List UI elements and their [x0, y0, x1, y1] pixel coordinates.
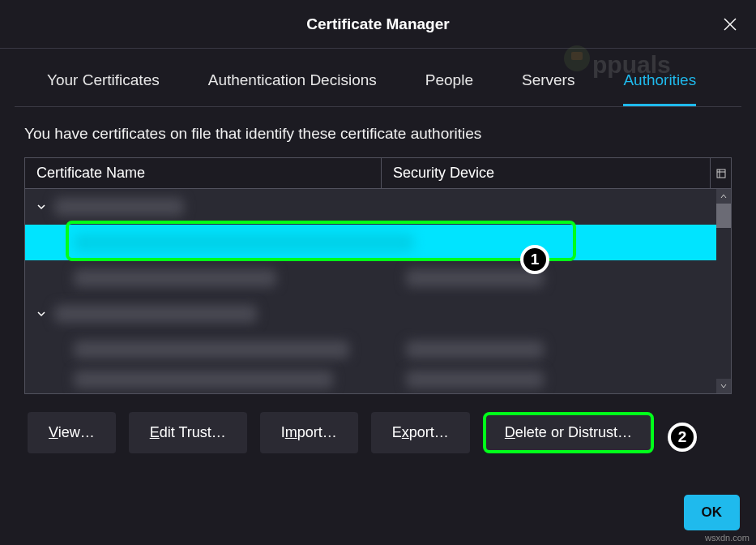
edit-trust-button[interactable]: Edit Trust… — [129, 412, 247, 453]
dialog-footer: OK — [684, 495, 741, 530]
tab-authentication-decisions[interactable]: Authentication Decisions — [208, 71, 377, 106]
titlebar: Certificate Manager — [0, 0, 756, 49]
tab-people[interactable]: People — [425, 71, 473, 106]
annotation-badge-2: 2 — [668, 423, 697, 452]
chevron-down-icon[interactable] — [35, 200, 48, 213]
watermark-credit: wsxdn.com — [705, 533, 750, 543]
tab-description: You have certificates on file that ident… — [0, 107, 756, 157]
column-picker-button[interactable] — [710, 158, 731, 188]
scroll-track[interactable] — [716, 228, 731, 379]
table-row[interactable] — [25, 260, 731, 296]
table-body — [25, 189, 731, 393]
table-row[interactable] — [25, 367, 731, 392]
chevron-down-icon — [720, 383, 727, 389]
redacted-cert-name — [74, 269, 276, 287]
redacted-cert-name — [74, 371, 333, 388]
ok-button[interactable]: OK — [684, 495, 741, 530]
chevron-up-icon — [720, 193, 727, 200]
column-certificate-name[interactable]: Certificate Name — [25, 158, 382, 188]
table-row-selected[interactable] — [25, 225, 731, 260]
redacted-device — [406, 341, 544, 358]
svg-rect-5 — [717, 170, 725, 178]
scroll-up-arrow[interactable] — [716, 189, 731, 204]
scroll-down-arrow[interactable] — [716, 379, 731, 393]
certificate-table: Certificate Name Security Device — [24, 157, 732, 394]
import-button[interactable]: Import… — [260, 412, 358, 453]
tab-bar: Your Certificates Authentication Decisio… — [15, 49, 741, 107]
column-picker-icon — [716, 169, 726, 178]
close-icon — [723, 17, 737, 32]
redacted-device — [406, 269, 544, 287]
close-button[interactable] — [720, 15, 740, 34]
table-header: Certificate Name Security Device — [25, 158, 731, 189]
delete-distrust-button[interactable]: Delete or Distrust… — [483, 412, 654, 453]
redacted-cert-name — [74, 341, 349, 358]
table-row[interactable] — [25, 189, 731, 225]
export-button[interactable]: Export… — [371, 412, 470, 453]
scrollbar[interactable] — [716, 189, 731, 393]
tab-authorities[interactable]: Authorities — [623, 71, 696, 106]
scroll-thumb[interactable] — [716, 204, 731, 228]
column-security-device[interactable]: Security Device — [382, 158, 710, 188]
table-row[interactable] — [25, 332, 731, 367]
redacted-group-label — [54, 305, 257, 323]
view-button[interactable]: View… — [28, 412, 116, 453]
redacted-device — [406, 371, 544, 388]
table-row[interactable] — [25, 296, 731, 332]
tab-your-certificates[interactable]: Your Certificates — [47, 71, 160, 106]
chevron-down-icon[interactable] — [35, 307, 48, 320]
dialog-title: Certificate Manager — [306, 15, 449, 33]
redacted-group-label — [54, 198, 184, 216]
redacted-cert-name — [74, 234, 414, 251]
action-buttons-row: View… Edit Trust… Import… Export… Delete… — [0, 394, 756, 453]
tab-servers[interactable]: Servers — [522, 71, 574, 106]
annotation-badge-1: 1 — [520, 245, 549, 274]
